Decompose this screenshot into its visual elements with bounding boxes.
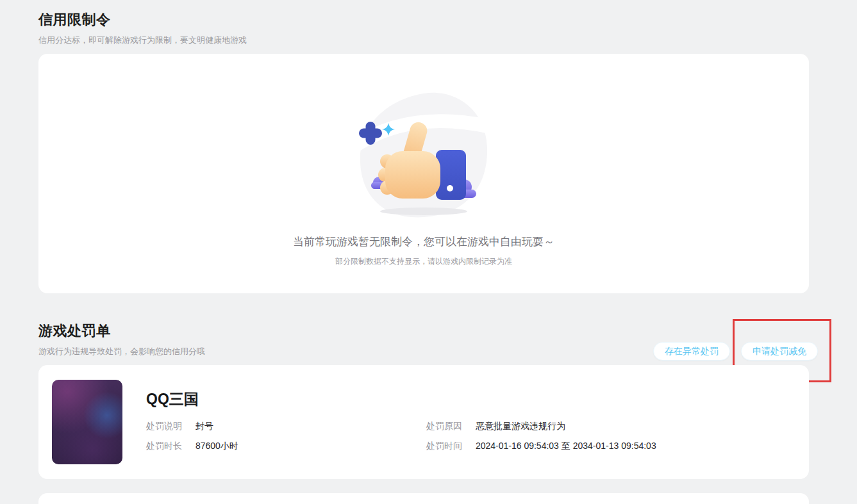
field-label: 处罚时长: [146, 441, 193, 452]
empty-state-note: 部分限制数据不支持显示，请以游戏内限制记录为准: [38, 256, 809, 267]
next-record-card-partial: [38, 493, 809, 504]
game-thumbnail: [52, 380, 122, 464]
empty-state: 当前常玩游戏暂无限制令，您可以在游戏中自由玩耍～ 部分限制数据不支持显示，请以游…: [38, 54, 809, 267]
field-label: 处罚说明: [146, 421, 193, 432]
punishment-section-subtitle: 游戏行为违规导致处罚，会影响您的信用分哦: [38, 346, 205, 357]
credit-section-subtitle: 信用分达标，即可解除游戏行为限制，要文明健康地游戏: [38, 35, 247, 46]
credit-section-title: 信用限制令: [38, 10, 247, 29]
field-label: 处罚原因: [426, 421, 473, 432]
no-restriction-card: 当前常玩游戏暂无限制令，您可以在游戏中自由玩耍～ 部分限制数据不支持显示，请以游…: [38, 54, 809, 293]
report-abnormal-punishment-button[interactable]: 存在异常处罚: [653, 342, 730, 361]
punishment-section-title: 游戏处罚单: [38, 321, 205, 341]
field-value: 87600小时: [196, 441, 238, 451]
empty-state-message: 当前常玩游戏暂无限制令，您可以在游戏中自由玩耍～: [38, 234, 809, 249]
punishment-section-header: 游戏处罚单 游戏行为违规导致处罚，会影响您的信用分哦: [38, 321, 205, 357]
game-name: QQ三国: [146, 389, 199, 409]
thumbs-up-illustration: [350, 88, 497, 223]
field-value: 恶意批量游戏违规行为: [476, 421, 565, 431]
credit-restriction-page: 信用限制令 信用分达标，即可解除游戏行为限制，要文明健康地游戏: [0, 0, 857, 504]
punishment-reason-field: 处罚原因 恶意批量游戏违规行为: [426, 421, 565, 432]
credit-section-header: 信用限制令 信用分达标，即可解除游戏行为限制，要文明健康地游戏: [38, 10, 247, 46]
field-value: 2024-01-16 09:54:03 至 2034-01-13 09:54:0…: [476, 441, 656, 451]
field-value: 封号: [196, 421, 213, 431]
punishment-record-card: QQ三国 处罚说明 封号 处罚时长 87600小时 处罚原因 恶意批量游戏违规行…: [38, 365, 809, 479]
apply-reduction-button[interactable]: 申请处罚减免: [741, 342, 818, 361]
punishment-duration-field: 处罚时长 87600小时: [146, 441, 238, 452]
field-label: 处罚时间: [426, 441, 473, 452]
punishment-description-field: 处罚说明 封号: [146, 421, 213, 432]
punishment-time-field: 处罚时间 2024-01-16 09:54:03 至 2034-01-13 09…: [426, 441, 656, 452]
